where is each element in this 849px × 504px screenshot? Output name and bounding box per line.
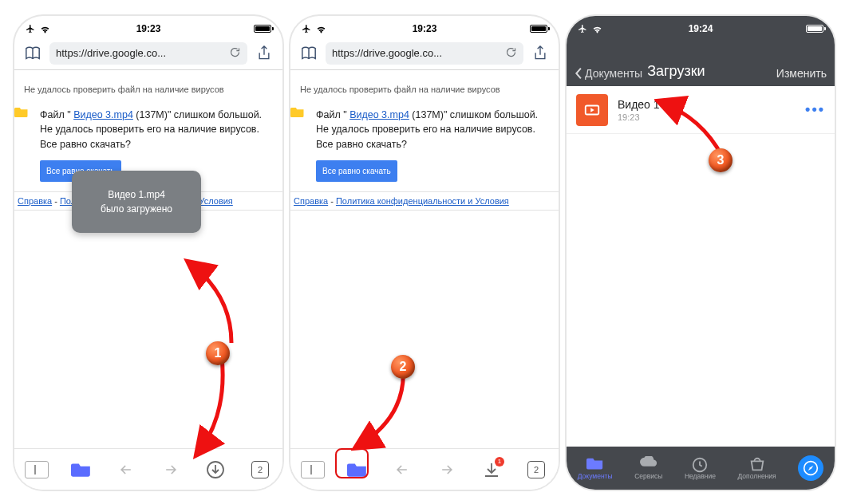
file-name: Видео 1 [618, 98, 660, 111]
back-label: Документы [585, 67, 642, 80]
download-complete-toast: Видео 1.mp4 было загружено [72, 171, 201, 233]
status-bar: 19:23 [290, 16, 559, 37]
airplane-mode-icon [26, 24, 35, 33]
url-bar[interactable]: https://drive.google.co... [326, 42, 523, 65]
status-time: 19:24 [689, 23, 713, 34]
status-bar: 19:24 [567, 16, 835, 37]
battery-icon [806, 25, 823, 33]
back-icon[interactable] [114, 458, 138, 482]
file-time: 19:23 [618, 112, 660, 122]
tab-addons[interactable]: Дополнения [738, 456, 776, 480]
status-time: 19:23 [136, 23, 161, 34]
more-icon[interactable]: ••• [805, 101, 825, 118]
browser-bottom-bar: 2 [14, 448, 282, 490]
phone-screenshot-2: 19:23 https://drive.google.co... Не удал… [290, 16, 559, 490]
app-tabbar: Документы Сервисы Недавние Дополнения [567, 447, 835, 490]
folder-icon [290, 105, 305, 122]
screen-title: Загрузки [647, 63, 705, 80]
policy-link[interactable]: Политика конфиденциальности и Условия [336, 196, 509, 206]
tabs-icon[interactable]: 2 [248, 458, 272, 482]
browser-navbar: https://drive.google.co... [290, 37, 559, 70]
status-bar: 19:23 [14, 16, 282, 37]
reader-icon[interactable] [22, 43, 43, 64]
forward-icon[interactable] [159, 458, 183, 482]
app-navbar: Документы Загрузки Изменить [567, 37, 835, 86]
tab-browser[interactable] [798, 455, 823, 481]
highlight-box [335, 448, 369, 478]
share-icon[interactable] [530, 43, 551, 64]
downloads-icon[interactable]: 1 [480, 458, 503, 482]
tab-documents[interactable]: Документы [578, 456, 613, 480]
browser-navbar: https://drive.google.co... [14, 37, 282, 70]
url-text: https://drive.google.co... [56, 47, 166, 59]
warning-body: Файл " Видео 3.mp4 (137M)" слишком больш… [300, 108, 549, 182]
wifi-icon [40, 25, 50, 33]
reload-icon[interactable] [229, 46, 241, 61]
forward-icon[interactable] [435, 458, 459, 482]
footer-links: Справка - Политика конфиденциальности и … [290, 191, 559, 211]
download-anyway-button[interactable]: Все равно скачать [316, 160, 397, 182]
battery-icon [254, 25, 271, 33]
reload-icon[interactable] [505, 46, 517, 61]
step-badge-2: 2 [391, 355, 415, 379]
file-link[interactable]: Видео 3.mp4 [349, 109, 409, 120]
page-content: Не удалось проверить файл на наличие вир… [14, 70, 282, 413]
toast-message: было загружено [101, 202, 172, 216]
file-list: Видео 1 19:23 ••• [567, 86, 835, 447]
folder-icon [14, 105, 29, 122]
video-file-icon [576, 94, 608, 126]
file-link[interactable]: Видео 3.mp4 [73, 109, 133, 120]
page-content: Не удалось проверить файл на наличие вир… [290, 70, 559, 413]
tab-recent[interactable]: Недавние [685, 456, 716, 480]
battery-icon [530, 25, 547, 33]
airplane-mode-icon [302, 24, 311, 33]
status-time: 19:23 [413, 23, 437, 34]
phone-screenshot-3: 19:24 Документы Загрузки Изменить Видео … [567, 16, 835, 490]
file-row[interactable]: Видео 1 19:23 ••• [567, 86, 835, 134]
toast-filename: Видео 1.mp4 [108, 187, 165, 202]
phone-screenshot-1: 19:23 https://drive.google.co... Не удал… [14, 16, 282, 490]
wifi-icon [316, 25, 326, 33]
downloads-icon[interactable] [203, 458, 227, 482]
url-text: https://drive.google.co... [332, 47, 442, 59]
browser-bottom-bar: 1 2 [290, 448, 559, 490]
tab-services[interactable]: Сервисы [634, 456, 662, 480]
url-bar[interactable]: https://drive.google.co... [49, 42, 247, 65]
download-count-badge: 1 [495, 457, 504, 467]
tabs-icon[interactable]: 2 [524, 458, 548, 482]
virus-warning-header: Не удалось проверить файл на наличие вир… [300, 83, 549, 96]
step-badge-1: 1 [206, 341, 230, 365]
airplane-mode-icon [578, 24, 587, 33]
help-link[interactable]: Справка [18, 196, 52, 206]
wifi-icon [592, 25, 602, 33]
step-badge-3: 3 [709, 148, 733, 172]
share-icon[interactable] [254, 43, 274, 64]
back-button[interactable]: Документы [575, 67, 642, 80]
help-link[interactable]: Справка [294, 196, 328, 206]
virus-warning-header: Не удалось проверить файл на наличие вир… [24, 83, 273, 96]
folder-icon[interactable] [69, 458, 93, 482]
reader-icon[interactable] [298, 43, 319, 64]
sidebar-toggle-icon[interactable] [301, 461, 325, 478]
sidebar-toggle-icon[interactable] [25, 461, 49, 478]
back-icon[interactable] [390, 458, 414, 482]
edit-button[interactable]: Изменить [776, 67, 827, 80]
